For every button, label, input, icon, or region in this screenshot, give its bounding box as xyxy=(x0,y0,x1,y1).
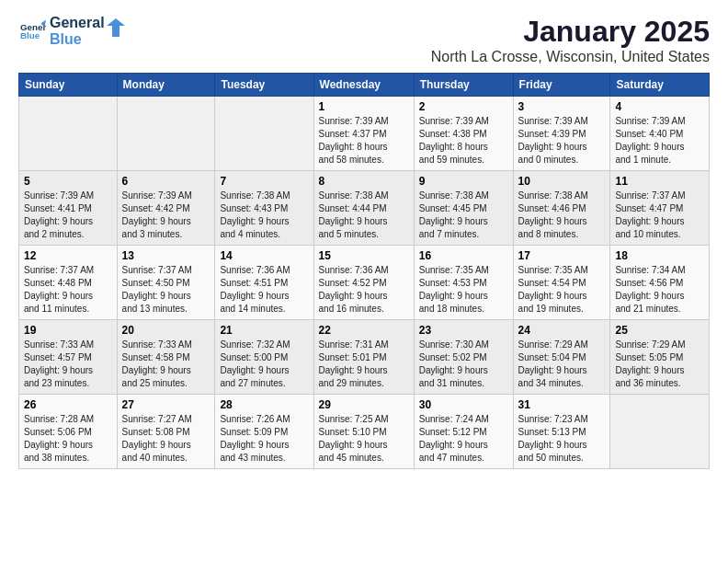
day-info: Sunrise: 7:33 AM Sunset: 4:57 PM Dayligh… xyxy=(24,339,112,390)
table-row: 23Sunrise: 7:30 AM Sunset: 5:02 PM Dayli… xyxy=(414,320,513,395)
day-info: Sunrise: 7:37 AM Sunset: 4:47 PM Dayligh… xyxy=(615,190,704,241)
day-info: Sunrise: 7:38 AM Sunset: 4:46 PM Dayligh… xyxy=(518,190,606,241)
day-info: Sunrise: 7:31 AM Sunset: 5:01 PM Dayligh… xyxy=(319,339,409,390)
table-row: 7Sunrise: 7:38 AM Sunset: 4:43 PM Daylig… xyxy=(215,171,313,246)
day-number: 21 xyxy=(220,324,308,337)
day-number: 25 xyxy=(615,324,704,337)
table-row: 19Sunrise: 7:33 AM Sunset: 4:57 PM Dayli… xyxy=(19,320,118,395)
table-row: 14Sunrise: 7:36 AM Sunset: 4:51 PM Dayli… xyxy=(215,246,313,320)
day-info: Sunrise: 7:23 AM Sunset: 5:13 PM Dayligh… xyxy=(518,413,606,465)
day-info: Sunrise: 7:26 AM Sunset: 5:09 PM Dayligh… xyxy=(220,413,308,465)
day-number: 24 xyxy=(518,324,606,337)
calendar-week-row: 5Sunrise: 7:39 AM Sunset: 4:41 PM Daylig… xyxy=(19,171,710,246)
table-row: 4Sunrise: 7:39 AM Sunset: 4:40 PM Daylig… xyxy=(610,97,710,171)
day-info: Sunrise: 7:28 AM Sunset: 5:06 PM Dayligh… xyxy=(24,413,112,465)
subtitle: North La Crosse, Wisconsin, United State… xyxy=(431,49,710,65)
table-row: 10Sunrise: 7:38 AM Sunset: 4:46 PM Dayli… xyxy=(513,171,610,246)
day-number: 16 xyxy=(419,249,508,262)
day-number: 3 xyxy=(518,100,606,113)
day-info: Sunrise: 7:34 AM Sunset: 4:56 PM Dayligh… xyxy=(615,264,704,316)
header-thursday: Thursday xyxy=(414,74,513,97)
svg-text:Blue: Blue xyxy=(20,30,40,40)
day-number: 30 xyxy=(419,398,508,411)
day-number: 6 xyxy=(122,175,210,188)
day-number: 4 xyxy=(615,100,704,113)
day-info: Sunrise: 7:39 AM Sunset: 4:38 PM Dayligh… xyxy=(419,115,508,167)
day-info: Sunrise: 7:37 AM Sunset: 4:48 PM Dayligh… xyxy=(24,264,112,316)
day-number: 5 xyxy=(24,175,112,188)
table-row: 17Sunrise: 7:35 AM Sunset: 4:54 PM Dayli… xyxy=(513,246,610,320)
table-row xyxy=(610,395,710,469)
day-info: Sunrise: 7:35 AM Sunset: 4:54 PM Dayligh… xyxy=(518,264,606,316)
day-number: 14 xyxy=(220,249,308,262)
header-tuesday: Tuesday xyxy=(215,74,313,97)
day-number: 15 xyxy=(319,249,409,262)
day-number: 2 xyxy=(419,100,508,113)
day-info: Sunrise: 7:36 AM Sunset: 4:52 PM Dayligh… xyxy=(319,264,409,316)
day-info: Sunrise: 7:38 AM Sunset: 4:44 PM Dayligh… xyxy=(319,190,409,241)
day-info: Sunrise: 7:37 AM Sunset: 4:50 PM Dayligh… xyxy=(122,264,210,316)
table-row: 9Sunrise: 7:38 AM Sunset: 4:45 PM Daylig… xyxy=(414,171,513,246)
table-row: 30Sunrise: 7:24 AM Sunset: 5:12 PM Dayli… xyxy=(414,395,513,469)
main-title: January 2025 xyxy=(431,15,710,49)
day-info: Sunrise: 7:25 AM Sunset: 5:10 PM Dayligh… xyxy=(319,413,409,465)
table-row: 12Sunrise: 7:37 AM Sunset: 4:48 PM Dayli… xyxy=(19,246,118,320)
day-info: Sunrise: 7:38 AM Sunset: 4:45 PM Dayligh… xyxy=(419,190,508,241)
table-row: 27Sunrise: 7:27 AM Sunset: 5:08 PM Dayli… xyxy=(117,395,215,469)
day-number: 11 xyxy=(615,175,704,188)
table-row: 22Sunrise: 7:31 AM Sunset: 5:01 PM Dayli… xyxy=(313,320,414,395)
table-row: 6Sunrise: 7:39 AM Sunset: 4:42 PM Daylig… xyxy=(117,171,215,246)
day-info: Sunrise: 7:29 AM Sunset: 5:05 PM Dayligh… xyxy=(615,339,704,390)
table-row: 18Sunrise: 7:34 AM Sunset: 4:56 PM Dayli… xyxy=(610,246,710,320)
day-number: 31 xyxy=(518,398,606,411)
day-number: 20 xyxy=(122,324,210,337)
svg-marker-3 xyxy=(107,18,125,37)
table-row: 25Sunrise: 7:29 AM Sunset: 5:05 PM Dayli… xyxy=(610,320,710,395)
logo-blue: Blue xyxy=(50,31,105,48)
table-row: 11Sunrise: 7:37 AM Sunset: 4:47 PM Dayli… xyxy=(610,171,710,246)
day-info: Sunrise: 7:39 AM Sunset: 4:41 PM Dayligh… xyxy=(24,190,112,241)
day-number: 18 xyxy=(615,249,704,262)
table-row: 28Sunrise: 7:26 AM Sunset: 5:09 PM Dayli… xyxy=(215,395,313,469)
day-info: Sunrise: 7:29 AM Sunset: 5:04 PM Dayligh… xyxy=(518,339,606,390)
table-row: 13Sunrise: 7:37 AM Sunset: 4:50 PM Dayli… xyxy=(117,246,215,320)
header-sunday: Sunday xyxy=(19,74,118,97)
day-number: 23 xyxy=(419,324,508,337)
logo-general: General xyxy=(50,15,105,31)
page: General Blue General Blue January 2025 N… xyxy=(0,0,728,563)
day-info: Sunrise: 7:39 AM Sunset: 4:39 PM Dayligh… xyxy=(518,115,606,167)
calendar-week-row: 26Sunrise: 7:28 AM Sunset: 5:06 PM Dayli… xyxy=(19,395,710,469)
day-number: 12 xyxy=(24,249,112,262)
day-info: Sunrise: 7:27 AM Sunset: 5:08 PM Dayligh… xyxy=(122,413,210,465)
header-friday: Friday xyxy=(513,74,610,97)
day-info: Sunrise: 7:30 AM Sunset: 5:02 PM Dayligh… xyxy=(419,339,508,390)
day-number: 29 xyxy=(319,398,409,411)
day-info: Sunrise: 7:36 AM Sunset: 4:51 PM Dayligh… xyxy=(220,264,308,316)
day-info: Sunrise: 7:38 AM Sunset: 4:43 PM Dayligh… xyxy=(220,190,308,241)
day-number: 7 xyxy=(220,175,308,188)
table-row: 2Sunrise: 7:39 AM Sunset: 4:38 PM Daylig… xyxy=(414,97,513,171)
header: General Blue General Blue January 2025 N… xyxy=(18,15,710,65)
table-row xyxy=(19,97,118,171)
calendar-table: Sunday Monday Tuesday Wednesday Thursday… xyxy=(18,73,710,469)
table-row: 21Sunrise: 7:32 AM Sunset: 5:00 PM Dayli… xyxy=(215,320,313,395)
table-row xyxy=(117,97,215,171)
day-number: 10 xyxy=(518,175,606,188)
day-number: 13 xyxy=(122,249,210,262)
day-info: Sunrise: 7:24 AM Sunset: 5:12 PM Dayligh… xyxy=(419,413,508,465)
calendar-week-row: 19Sunrise: 7:33 AM Sunset: 4:57 PM Dayli… xyxy=(19,320,710,395)
table-row: 31Sunrise: 7:23 AM Sunset: 5:13 PM Dayli… xyxy=(513,395,610,469)
day-info: Sunrise: 7:39 AM Sunset: 4:42 PM Dayligh… xyxy=(122,190,210,241)
calendar-week-row: 12Sunrise: 7:37 AM Sunset: 4:48 PM Dayli… xyxy=(19,246,710,320)
table-row: 5Sunrise: 7:39 AM Sunset: 4:41 PM Daylig… xyxy=(19,171,118,246)
day-info: Sunrise: 7:39 AM Sunset: 4:37 PM Dayligh… xyxy=(319,115,409,167)
table-row: 3Sunrise: 7:39 AM Sunset: 4:39 PM Daylig… xyxy=(513,97,610,171)
table-row: 26Sunrise: 7:28 AM Sunset: 5:06 PM Dayli… xyxy=(19,395,118,469)
header-monday: Monday xyxy=(117,74,215,97)
day-number: 8 xyxy=(319,175,409,188)
day-number: 22 xyxy=(319,324,409,337)
day-number: 17 xyxy=(518,249,606,262)
day-info: Sunrise: 7:39 AM Sunset: 4:40 PM Dayligh… xyxy=(615,115,704,167)
table-row: 1Sunrise: 7:39 AM Sunset: 4:37 PM Daylig… xyxy=(313,97,414,171)
day-info: Sunrise: 7:32 AM Sunset: 5:00 PM Dayligh… xyxy=(220,339,308,390)
